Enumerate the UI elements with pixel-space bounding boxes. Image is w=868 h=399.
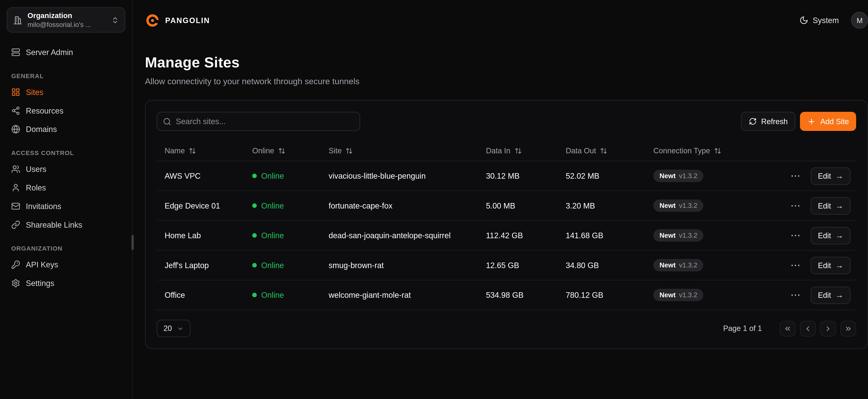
topbar-right: System M xyxy=(799,12,868,29)
previous-page-button[interactable] xyxy=(800,320,816,336)
add-site-button[interactable]: Add Site xyxy=(800,112,856,131)
edit-button[interactable]: Edit→ xyxy=(811,227,851,244)
connection-type-badge: Newtv1.3.2 xyxy=(653,200,704,212)
edit-label: Edit xyxy=(818,202,831,210)
connection-type-badge: Newtv1.3.2 xyxy=(653,229,704,242)
sites-card: Refresh Add Site Name xyxy=(145,100,868,349)
last-page-button[interactable] xyxy=(841,320,856,336)
sidebar-item-settings[interactable]: Settings xyxy=(7,274,125,292)
refresh-button[interactable]: Refresh xyxy=(741,112,796,131)
moon-icon xyxy=(799,16,808,25)
data-out-value: 52.02 MB xyxy=(566,172,653,180)
connection-type-cell: Newtv1.3.2 xyxy=(653,200,788,212)
arrow-right-icon: → xyxy=(836,202,843,210)
sidebar-item-label: Domains xyxy=(26,124,57,133)
sidebar-item-api-keys[interactable]: API Keys xyxy=(7,255,125,274)
sidebar-item-server-admin[interactable]: Server Admin xyxy=(7,43,125,61)
online-dot-icon xyxy=(252,263,257,267)
online-label: Online xyxy=(261,231,284,240)
connection-type-cell: Newtv1.3.2 xyxy=(653,170,788,182)
edit-button[interactable]: Edit→ xyxy=(811,256,851,274)
online-dot-icon xyxy=(252,293,257,297)
table-row: Office Online welcome-giant-mole-rat 534… xyxy=(157,280,856,310)
column-header-data-in[interactable]: Data In xyxy=(486,147,566,155)
data-out-value: 141.68 GB xyxy=(566,231,653,240)
data-in-value: 12.65 GB xyxy=(486,261,566,270)
row-menu-button[interactable]: ⋯ xyxy=(788,200,803,212)
row-menu-button[interactable]: ⋯ xyxy=(788,170,803,182)
online-label: Online xyxy=(261,290,284,300)
column-label: Name xyxy=(164,147,185,155)
globe-icon xyxy=(11,124,20,133)
edit-button[interactable]: Edit→ xyxy=(811,197,851,214)
section-label-organization: ORGANIZATION xyxy=(11,245,121,252)
site-name: AWS VPC xyxy=(157,172,252,180)
online-status: Online xyxy=(252,201,329,210)
pangolin-logo-icon xyxy=(145,13,160,28)
online-status: Online xyxy=(252,231,329,240)
sidebar-item-users[interactable]: Users xyxy=(7,159,125,178)
network-share-icon xyxy=(11,106,20,115)
row-menu-button[interactable]: ⋯ xyxy=(788,259,803,271)
card-footer: 20 Page 1 of 1 xyxy=(157,320,856,337)
connection-type-badge: Newtv1.3.2 xyxy=(653,289,704,301)
org-title: Organization xyxy=(28,11,106,20)
connection-type: Newt xyxy=(659,202,676,210)
site-tunnel-name: vivacious-little-blue-penguin xyxy=(329,172,486,180)
column-header-name[interactable]: Name xyxy=(157,147,252,155)
add-site-label: Add Site xyxy=(820,117,849,126)
next-page-button[interactable] xyxy=(820,320,836,336)
row-menu-button[interactable]: ⋯ xyxy=(788,289,803,301)
sidebar-item-resources[interactable]: Resources xyxy=(7,101,125,120)
data-in-value: 30.12 MB xyxy=(486,172,566,180)
first-page-button[interactable] xyxy=(780,320,796,336)
brand-name: PANGOLIN xyxy=(165,16,210,25)
column-header-site[interactable]: Site xyxy=(329,147,486,155)
row-menu-button[interactable]: ⋯ xyxy=(788,229,803,242)
row-actions: ⋯ Edit→ xyxy=(788,167,856,185)
data-in-value: 5.00 MB xyxy=(486,201,566,210)
sidebar-item-roles[interactable]: Roles xyxy=(7,178,125,197)
sidebar-item-label: Sites xyxy=(26,87,43,96)
site-name: Jeff's Laptop xyxy=(157,261,252,270)
sidebar-item-label: Invitations xyxy=(26,202,61,210)
row-actions: ⋯ Edit→ xyxy=(788,197,856,214)
column-header-connection-type[interactable]: Connection Type xyxy=(653,147,788,155)
site-name: Home Lab xyxy=(157,231,252,240)
sidebar-item-invitations[interactable]: Invitations xyxy=(7,197,125,215)
sidebar: Organization milo@fossorial.io's ... Ser… xyxy=(0,0,133,399)
sort-icon xyxy=(346,147,353,155)
page-size-select[interactable]: 20 xyxy=(157,320,190,337)
online-label: Online xyxy=(261,201,284,210)
arrow-right-icon: → xyxy=(836,232,843,239)
column-header-data-out[interactable]: Data Out xyxy=(566,147,653,155)
online-status: Online xyxy=(252,261,329,270)
gear-icon xyxy=(11,278,20,287)
online-dot-icon xyxy=(252,174,257,178)
table-row: Edge Device 01 Online fortunate-cape-fox… xyxy=(157,191,856,221)
org-selector[interactable]: Organization milo@fossorial.io's ... xyxy=(7,7,125,33)
sidebar-item-sites[interactable]: Sites xyxy=(7,83,125,101)
sidebar-item-shareable-links[interactable]: Shareable Links xyxy=(7,215,125,234)
connection-version: v1.3.2 xyxy=(679,261,698,269)
mail-icon xyxy=(11,202,20,210)
sites-table: Name Online Site Data In xyxy=(157,141,856,310)
theme-selector[interactable]: System xyxy=(799,16,839,25)
search-icon xyxy=(163,117,172,126)
column-label: Data In xyxy=(486,147,510,155)
sidebar-scrollbar-thumb[interactable] xyxy=(131,235,134,250)
edit-button[interactable]: Edit→ xyxy=(811,286,851,304)
avatar[interactable]: M xyxy=(851,12,868,29)
chevron-down-icon xyxy=(177,325,184,332)
sidebar-item-domains[interactable]: Domains xyxy=(7,120,125,138)
connection-version: v1.3.2 xyxy=(679,232,698,239)
search-input[interactable] xyxy=(176,117,354,126)
refresh-label: Refresh xyxy=(761,117,788,126)
site-tunnel-name: smug-brown-rat xyxy=(329,261,486,270)
site-tunnel-name: fortunate-cape-fox xyxy=(329,201,486,210)
site-tunnel-name: welcome-giant-mole-rat xyxy=(329,290,486,300)
connection-version: v1.3.2 xyxy=(679,202,698,210)
column-header-online[interactable]: Online xyxy=(252,147,329,155)
edit-button[interactable]: Edit→ xyxy=(811,167,851,185)
column-label: Connection Type xyxy=(653,147,710,155)
